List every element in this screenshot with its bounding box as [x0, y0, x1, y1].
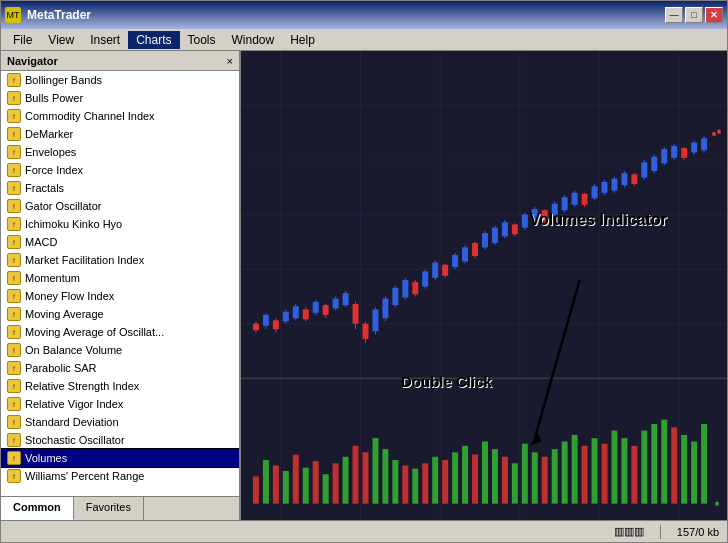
tab-favorites[interactable]: Favorites — [74, 497, 144, 520]
svg-rect-55 — [452, 255, 458, 267]
list-item[interactable]: fDeMarker — [1, 125, 239, 143]
navigator-title: Navigator — [7, 55, 58, 67]
minimize-button[interactable]: — — [665, 7, 683, 23]
indicator-label: MACD — [25, 236, 57, 248]
svg-rect-105 — [701, 138, 707, 150]
svg-rect-59 — [472, 243, 478, 256]
menu-view[interactable]: View — [40, 31, 82, 49]
svg-rect-128 — [452, 452, 458, 503]
indicator-label: Relative Vigor Index — [25, 398, 123, 410]
menu-insert[interactable]: Insert — [82, 31, 128, 49]
list-item[interactable]: fStandard Deviation — [1, 413, 239, 431]
svg-rect-81 — [582, 194, 588, 205]
indicator-icon: f — [7, 451, 21, 465]
indicator-label: DeMarker — [25, 128, 73, 140]
indicator-label: Moving Average of Oscillat... — [25, 326, 164, 338]
indicator-icon: f — [7, 109, 21, 123]
status-separator — [660, 525, 661, 539]
list-item[interactable]: fMoving Average — [1, 305, 239, 323]
svg-rect-93 — [641, 162, 647, 177]
list-item[interactable]: fRelative Strength Index — [1, 377, 239, 395]
svg-rect-146 — [631, 446, 637, 504]
maximize-button[interactable]: □ — [685, 7, 703, 23]
svg-rect-115 — [323, 474, 329, 503]
svg-rect-142 — [592, 438, 598, 503]
indicator-label: Ichimoku Kinko Hyo — [25, 218, 122, 230]
list-item[interactable]: fMoney Flow Index — [1, 287, 239, 305]
list-item[interactable]: fBulls Power — [1, 89, 239, 107]
svg-rect-141 — [582, 446, 588, 504]
indicator-icon: f — [7, 325, 21, 339]
indicator-icon: f — [7, 163, 21, 177]
navigator-close-button[interactable]: × — [227, 55, 233, 67]
list-item[interactable]: fForce Index — [1, 161, 239, 179]
list-item[interactable]: fFractals — [1, 179, 239, 197]
menu-charts[interactable]: Charts — [128, 31, 179, 49]
list-item[interactable]: fMarket Facilitation Index — [1, 251, 239, 269]
svg-rect-137 — [542, 457, 548, 504]
list-item[interactable]: fStochastic Oscillator — [1, 431, 239, 449]
title-buttons: — □ ✕ — [665, 7, 723, 23]
indicator-icon: f — [7, 307, 21, 321]
indicator-label: Market Facilitation Index — [25, 254, 144, 266]
svg-rect-112 — [293, 455, 299, 504]
indicator-icon: f — [7, 181, 21, 195]
list-item[interactable]: fEnvelopes — [1, 143, 239, 161]
indicator-icon: f — [7, 379, 21, 393]
indicator-icon: f — [7, 73, 21, 87]
menu-tools[interactable]: Tools — [180, 31, 224, 49]
svg-rect-148 — [651, 424, 657, 504]
menu-help[interactable]: Help — [282, 31, 323, 49]
svg-rect-145 — [621, 438, 627, 503]
indicator-icon: f — [7, 361, 21, 375]
svg-rect-147 — [641, 431, 647, 504]
svg-rect-71 — [532, 209, 538, 221]
menu-file[interactable]: File — [5, 31, 40, 49]
svg-rect-144 — [611, 431, 617, 504]
list-item[interactable]: fOn Balance Volume — [1, 341, 239, 359]
list-item[interactable]: fWilliams' Percent Range — [1, 467, 239, 485]
indicator-icon: f — [7, 415, 21, 429]
svg-rect-45 — [402, 280, 408, 297]
svg-rect-136 — [532, 452, 538, 503]
svg-rect-133 — [502, 457, 508, 504]
list-item[interactable]: fRelative Vigor Index — [1, 395, 239, 413]
svg-rect-97 — [661, 149, 667, 163]
close-button[interactable]: ✕ — [705, 7, 723, 23]
list-item[interactable]: fMoving Average of Oscillat... — [1, 323, 239, 341]
list-item[interactable]: fIchimoku Kinko Hyo — [1, 215, 239, 233]
indicator-label: Stochastic Oscillator — [25, 434, 125, 446]
svg-rect-49 — [422, 271, 428, 286]
svg-rect-87 — [611, 179, 617, 191]
main-content: Navigator × fBollinger BandsfBulls Power… — [1, 51, 727, 520]
indicator-icon: f — [7, 91, 21, 105]
menu-window[interactable]: Window — [224, 31, 283, 49]
svg-rect-91 — [631, 174, 637, 184]
svg-rect-67 — [512, 224, 518, 234]
svg-rect-124 — [412, 469, 418, 504]
list-item[interactable]: fCommodity Channel Index — [1, 107, 239, 125]
indicator-label: Momentum — [25, 272, 80, 284]
list-item[interactable]: fParabolic SAR — [1, 359, 239, 377]
svg-rect-123 — [402, 465, 408, 503]
svg-rect-139 — [562, 441, 568, 503]
list-item[interactable]: fBollinger Bands — [1, 71, 239, 89]
tab-common[interactable]: Common — [1, 497, 74, 520]
indicator-icon: f — [7, 217, 21, 231]
svg-rect-21 — [283, 312, 289, 322]
navigator-list[interactable]: fBollinger BandsfBulls PowerfCommodity C… — [1, 71, 239, 496]
indicator-label: Volumes — [25, 452, 67, 464]
svg-rect-43 — [392, 288, 398, 305]
list-item[interactable]: fMomentum — [1, 269, 239, 287]
chart-area[interactable]: Volumes Indicator Double Click — [241, 51, 727, 520]
indicator-label: Relative Strength Index — [25, 380, 139, 392]
list-item[interactable]: fMACD — [1, 233, 239, 251]
svg-rect-140 — [572, 435, 578, 504]
list-item[interactable]: fGator Oscillator — [1, 197, 239, 215]
svg-rect-31 — [333, 299, 339, 309]
list-item[interactable]: fVolumes — [1, 449, 239, 467]
svg-point-107 — [717, 130, 721, 134]
file-size: 157/0 kb — [677, 526, 719, 538]
svg-rect-143 — [602, 444, 608, 504]
indicator-label: Force Index — [25, 164, 83, 176]
